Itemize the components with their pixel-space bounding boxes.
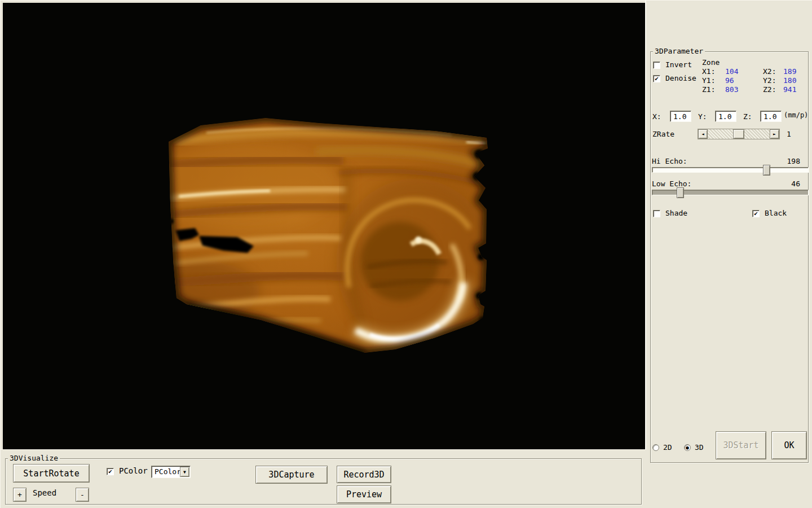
scale-y-label: Y: [698, 112, 707, 121]
low-echo-slider-thumb[interactable] [677, 187, 684, 198]
zone-x1-label: X1: [702, 67, 715, 76]
scale-y-input[interactable] [715, 111, 736, 122]
chevron-down-icon: ▼ [183, 470, 186, 475]
volume-rendering [3, 3, 645, 449]
mode-2d-radio[interactable] [652, 444, 659, 451]
right-arrow-icon: ► [773, 132, 776, 137]
preview-button[interactable]: Preview [337, 485, 391, 503]
parameter-panel: 3DParameter Invert ✔ Denoise Zone X1: 10… [646, 1, 812, 508]
zone-x2-label: X2: [763, 67, 776, 76]
invert-checkbox[interactable] [653, 62, 660, 69]
zone-z2-value: 941 [783, 85, 796, 94]
black-checkmark: ✔ [754, 211, 758, 217]
denoise-checkbox[interactable]: ✔ [653, 75, 660, 82]
denoise-label: Denoise [665, 74, 696, 82]
zone-y2-label: Y2: [763, 76, 776, 85]
pcolor-dropdown[interactable]: PColor ▼ [151, 466, 191, 478]
low-echo-value: 46 [782, 179, 800, 188]
zrate-right-arrow-button[interactable]: ► [770, 129, 779, 139]
scale-z-label: Z: [743, 112, 752, 121]
black-checkbox[interactable]: ✔ [752, 210, 760, 217]
pcolor-label: PColor [119, 467, 148, 475]
pcolor-dropdown-value: PColor [155, 467, 181, 476]
visualize-group-title: 3DVisualize [8, 454, 60, 462]
zone-z1-label: Z1: [702, 85, 715, 94]
mode-3d-label: 3D [695, 443, 704, 452]
scale-z-input[interactable] [760, 111, 782, 122]
speed-label: Speed [33, 489, 56, 497]
mode-3d-radio[interactable]: ● [684, 444, 691, 451]
pcolor-checkmark: ✔ [108, 468, 112, 475]
hi-echo-label: Hi Echo: [652, 157, 687, 165]
zone-x1-value: 104 [725, 67, 738, 76]
pcolor-dropdown-button[interactable]: ▼ [180, 467, 189, 477]
denoise-checkmark: ✔ [655, 76, 659, 82]
visualize-panel: 3DVisualize StartRotate ✔ PColor PColor … [1, 449, 646, 508]
zone-z1-value: 803 [725, 85, 738, 94]
3dcapture-button[interactable]: 3DCapture [255, 466, 328, 484]
hi-echo-slider-track[interactable] [652, 167, 809, 173]
zrate-scrollbar[interactable]: ◄ ► [698, 129, 780, 139]
start-rotate-button[interactable]: StartRotate [13, 464, 90, 483]
zrate-thumb[interactable] [733, 129, 744, 139]
zone-y1-label: Y1: [702, 76, 715, 85]
zrate-left-arrow-button[interactable]: ◄ [698, 129, 708, 139]
ok-button[interactable]: OK [771, 431, 807, 459]
3dstart-button[interactable]: 3DStart [716, 431, 766, 459]
mode-3d-radio-dot: ● [686, 445, 689, 450]
shade-checkbox[interactable] [653, 210, 660, 217]
zone-title: Zone [702, 58, 720, 67]
application-window: 3DParameter Invert ✔ Denoise Zone X1: 10… [0, 0, 812, 508]
scale-unit-label: (mm/p) [784, 111, 808, 120]
hi-echo-value: 198 [782, 157, 800, 165]
zone-x2-value: 189 [783, 67, 796, 76]
low-echo-label: Low Echo: [652, 179, 691, 188]
record3d-button[interactable]: Record3D [337, 466, 391, 483]
scale-x-input[interactable] [670, 111, 691, 122]
zone-y1-value: 96 [725, 76, 734, 85]
zrate-value: 1 [787, 130, 791, 138]
invert-label: Invert [665, 60, 692, 69]
black-label: Black [765, 209, 787, 217]
parameter-group-title: 3DParameter [653, 47, 705, 55]
speed-minus-button[interactable]: - [76, 488, 89, 502]
mode-2d-label: 2D [663, 443, 672, 452]
low-echo-slider-track[interactable] [652, 190, 809, 195]
zrate-label: ZRate [652, 130, 674, 138]
pcolor-checkbox[interactable]: ✔ [107, 468, 114, 475]
render-viewport[interactable] [3, 3, 645, 449]
shade-label: Shade [665, 209, 687, 217]
left-arrow-icon: ◄ [701, 132, 704, 137]
speed-plus-button[interactable]: + [13, 488, 27, 502]
scale-x-label: X: [652, 112, 661, 121]
hi-echo-slider-thumb[interactable] [763, 165, 770, 176]
zone-y2-value: 180 [783, 76, 796, 85]
zone-z2-label: Z2: [763, 85, 776, 94]
